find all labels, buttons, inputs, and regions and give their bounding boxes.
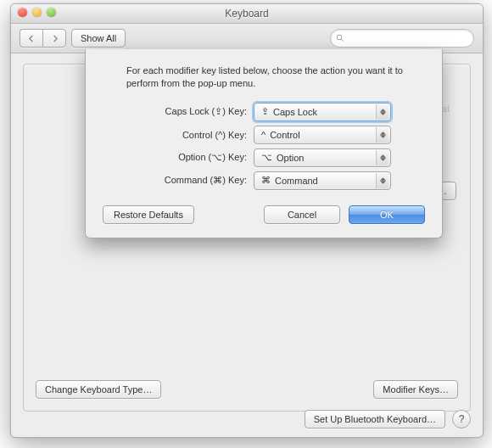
setup-bluetooth-button[interactable]: Set Up Bluetooth Keyboard…: [305, 410, 445, 428]
show-all-button[interactable]: Show All: [71, 29, 126, 48]
search-input[interactable]: [348, 32, 468, 44]
minimize-icon[interactable]: [32, 8, 42, 17]
modifier-row-control: Control (^) Key: ^Control: [103, 126, 425, 144]
svg-point-0: [337, 35, 342, 40]
modifier-row-capslock: Caps Lock (⇪) Key: ⇪Caps Lock: [103, 103, 425, 121]
search-field[interactable]: [330, 29, 474, 48]
svg-line-1: [341, 39, 344, 42]
forward-button[interactable]: [42, 29, 66, 48]
ok-button[interactable]: OK: [349, 205, 425, 224]
help-button[interactable]: ?: [452, 410, 471, 428]
chevron-left-icon: [28, 35, 36, 42]
modifier-row-command: Command (⌘) Key: ⌘Command: [103, 171, 425, 190]
stepper-icon: [376, 104, 389, 120]
modifier-label: Option (⌥) Key:: [103, 152, 254, 163]
modifier-label: Control (^) Key:: [103, 130, 254, 140]
modifier-label: Command (⌘) Key:: [103, 175, 254, 186]
search-icon: [336, 33, 344, 43]
chevron-right-icon: [51, 35, 59, 42]
change-keyboard-type-button[interactable]: Change Keyboard Type…: [36, 380, 161, 399]
modifier-row-option: Option (⌥) Key: ⌥Option: [103, 148, 425, 167]
nav-segmented: [20, 29, 66, 48]
help-icon: ?: [459, 413, 465, 425]
cancel-button[interactable]: Cancel: [264, 205, 340, 224]
window-title: Keyboard: [225, 8, 268, 20]
restore-defaults-button[interactable]: Restore Defaults: [103, 205, 194, 224]
option-popup[interactable]: ⌥Option: [254, 148, 391, 167]
stepper-icon: [376, 127, 389, 143]
capslock-popup[interactable]: ⇪Caps Lock: [254, 103, 391, 121]
modifier-keys-sheet: For each modifier key listed below, choo…: [85, 49, 443, 238]
close-icon[interactable]: [18, 8, 27, 17]
stepper-icon: [376, 150, 389, 165]
modifier-keys-button[interactable]: Modifier Keys…: [373, 380, 458, 399]
command-popup[interactable]: ⌘Command: [254, 171, 391, 190]
stepper-icon: [376, 173, 389, 188]
titlebar: Keyboard: [11, 4, 483, 24]
modifier-label: Caps Lock (⇪) Key:: [103, 106, 254, 117]
control-popup[interactable]: ^Control: [254, 126, 391, 144]
sheet-instruction: For each modifier key listed below, choo…: [103, 64, 425, 91]
zoom-icon[interactable]: [47, 8, 56, 17]
back-button[interactable]: [20, 29, 42, 48]
